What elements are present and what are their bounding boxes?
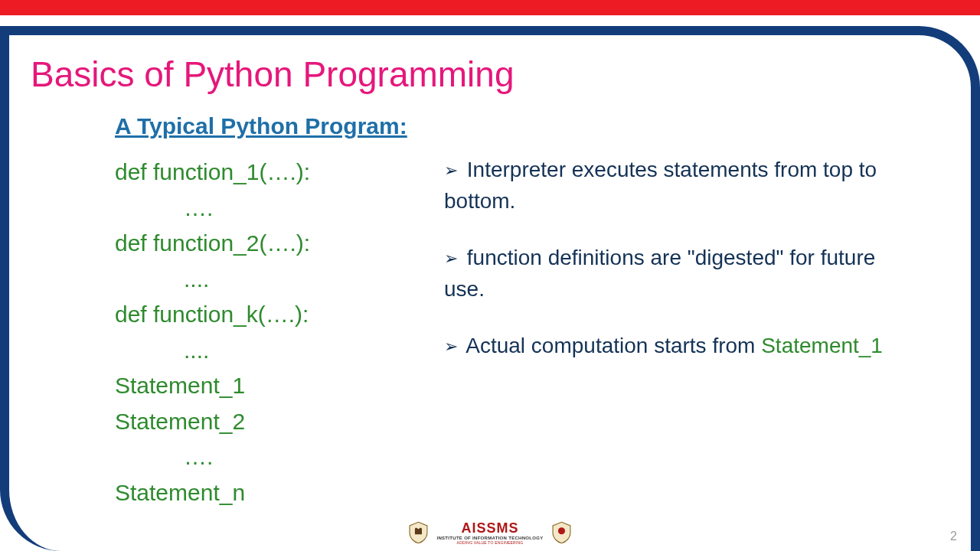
code-line: def function_k(….): [115, 297, 436, 333]
code-line: Statement_1 [115, 368, 436, 404]
bullet-text: Actual computation starts from [466, 334, 761, 357]
code-line: def function_1(….): [115, 155, 436, 191]
top-accent-bar [0, 0, 980, 15]
code-line: .... [115, 333, 436, 369]
code-line: …. [115, 191, 436, 227]
chevron-right-icon: ➢ [444, 246, 458, 271]
bullet-text: function definitions are "digested" for … [444, 246, 875, 301]
two-column-layout: def function_1(….): …. def function_2(….… [115, 155, 949, 510]
crest-right-icon [551, 520, 573, 545]
slide-title: Basics of Python Programming [31, 54, 949, 95]
code-line: Statement_2 [115, 404, 436, 440]
page-number: 2 [950, 530, 957, 543]
slide-subtitle: A Typical Python Program: [115, 113, 949, 139]
code-line: def function_2(….): [115, 226, 436, 262]
explanation-column: ➢ Interpreter executes statements from t… [436, 155, 949, 510]
footer-logo: AISSMS INSTITUTE OF INFORMATION TECHNOLO… [407, 520, 572, 545]
code-line: …. [115, 439, 436, 475]
bullet-item: ➢ Actual computation starts from Stateme… [444, 331, 903, 362]
code-line: Statement_n [115, 475, 436, 511]
bullet-item: ➢ function definitions are "digested" fo… [444, 243, 903, 305]
logo-main-text: AISSMS [436, 521, 543, 535]
chevron-right-icon: ➢ [444, 334, 458, 359]
bullet-highlight: Statement_1 [761, 334, 883, 357]
logo-text-block: AISSMS INSTITUTE OF INFORMATION TECHNOLO… [436, 521, 543, 545]
chevron-right-icon: ➢ [444, 158, 458, 183]
slide-area: Basics of Python Programming A Typical P… [0, 15, 980, 551]
slide-content: Basics of Python Programming A Typical P… [0, 15, 980, 551]
code-line: .... [115, 262, 436, 298]
crest-left-icon [407, 520, 429, 545]
code-column: def function_1(….): …. def function_2(….… [115, 155, 436, 510]
svg-point-0 [558, 527, 565, 534]
bullet-item: ➢ Interpreter executes statements from t… [444, 155, 903, 217]
bullet-text: Interpreter executes statements from top… [444, 158, 877, 213]
logo-tagline: ADDING VALUE TO ENGINEERING [436, 541, 543, 545]
logo-sub-text: INSTITUTE OF INFORMATION TECHNOLOGY [436, 536, 543, 540]
